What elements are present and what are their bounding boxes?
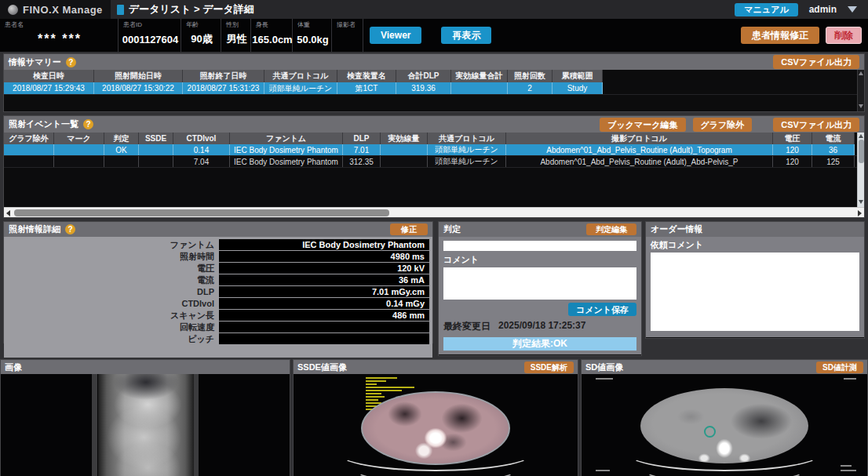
events-col-graph-exclude: グラフ除外 <box>4 133 54 144</box>
detail-value-ctdivol: 0.14 mGy <box>219 298 429 309</box>
events-col-acq-protocol: 撮影プロトコル <box>506 133 773 144</box>
judgement-edit-button[interactable]: 判定編集 <box>586 223 636 235</box>
events-cell: 312.35 <box>343 156 381 167</box>
summary-cell: 319.36 <box>396 82 451 94</box>
plain-image-viewport[interactable] <box>1 374 290 476</box>
sd-image-panel: SD値画像 SD値計測 <box>581 359 868 476</box>
patient-sex-value: 男性 <box>226 28 247 50</box>
events-hscroll-thumb[interactable] <box>14 209 389 216</box>
app-logo: FINO.X Manage <box>0 0 111 19</box>
detail-label-phantom: ファントム <box>4 239 219 250</box>
events-col-voltage: 電圧 <box>773 133 812 144</box>
events-cell <box>104 156 139 167</box>
summary-row-filler <box>603 82 857 94</box>
events-vertical-scrollbar[interactable] <box>857 133 864 207</box>
patient-operator-value <box>337 28 359 50</box>
detail-label-voltage: 電圧 <box>4 263 219 274</box>
scroll-right-icon[interactable] <box>858 210 862 216</box>
summary-cell: 2018/08/27 15:30:22 <box>94 82 183 94</box>
edit-patient-info-button[interactable]: 患者情報修正 <box>741 27 819 44</box>
ssde-image-header: SSDE値画像 SSDE解析 <box>294 360 578 374</box>
summary-col-scope: 累積範囲 <box>553 70 603 82</box>
summary-cell: 2018/08/27 15:29:43 <box>4 82 94 94</box>
events-col-mark: マーク <box>54 133 104 144</box>
ssde-analyze-button[interactable]: SSDE解析 <box>524 362 574 373</box>
events-section: 照射イベント一覧 ? ブックマーク編集 グラフ除外 CSVファイル出力 グラフ除… <box>3 115 865 218</box>
events-cell: OK <box>104 144 139 155</box>
patient-weight-label: 体重 <box>297 21 328 28</box>
events-csv-export-button[interactable]: CSVファイル出力 <box>773 118 859 132</box>
scroll-up-icon[interactable] <box>859 134 863 138</box>
summary-table-row[interactable]: 2018/08/27 15:29:43 2018/08/27 15:30:22 … <box>4 82 857 95</box>
detail-label-scan-length: スキャン長 <box>4 310 219 321</box>
events-table-row[interactable]: OK 0.14 IEC Body Dosimetry Phantom 7.01 … <box>4 144 857 156</box>
delete-button[interactable]: 削除 <box>826 27 862 44</box>
help-icon[interactable]: ? <box>65 224 75 234</box>
patient-id-field: 患者ID 0001127604 <box>119 19 181 52</box>
detail-label-pitch: ピッチ <box>4 333 219 344</box>
scroll-down-icon[interactable] <box>859 200 863 204</box>
sd-measure-button[interactable]: SD値計測 <box>816 362 863 373</box>
plain-image-header: 画像 <box>1 360 290 374</box>
breadcrumb[interactable]: データリスト > データ詳細 <box>129 2 254 16</box>
topogram-rail <box>92 374 97 476</box>
judgement-result-bar: 判定結果:OK <box>443 337 636 351</box>
events-cell: Abdomen^01_Abd_Pelvis_Routine (Adult)_Ab… <box>506 156 773 167</box>
sd-image-viewport[interactable] <box>582 374 867 476</box>
events-vscroll-thumb[interactable] <box>859 140 864 163</box>
summary-cell: Study <box>553 82 603 94</box>
patient-weight-field: 体重 50.0kg <box>293 19 332 52</box>
events-col-effective-dose: 実効線量 <box>381 133 428 144</box>
events-table-row[interactable]: 7.04 IEC Body Dosimetry Phantom 312.35 頭… <box>4 156 857 168</box>
patient-height-value: 165.0cm <box>256 28 289 50</box>
events-col-ctdivol: CTDIvol <box>173 133 230 144</box>
events-cell <box>54 156 104 167</box>
summary-section-header: 情報サマリー ? CSVファイル出力 <box>4 54 864 70</box>
detail-label-exposure-time: 照射時間 <box>4 251 219 262</box>
events-cell <box>139 144 173 155</box>
manual-button[interactable]: マニュアル <box>735 3 797 16</box>
patient-weight-value: 50.0kg <box>297 28 328 50</box>
summary-col-end-datetime: 照射終了日時 <box>183 70 264 82</box>
events-cell <box>381 156 428 167</box>
user-name[interactable]: admin <box>809 4 837 15</box>
viewer-button[interactable]: Viewer <box>370 27 421 44</box>
scroll-left-icon[interactable] <box>6 210 10 216</box>
breadcrumb-bullet-icon <box>117 5 124 15</box>
detail-label-dlp: DLP <box>4 286 219 297</box>
plain-image-title: 画像 <box>5 362 22 373</box>
help-icon[interactable]: ? <box>66 57 76 67</box>
logo-icon <box>8 5 18 15</box>
judgement-result-input[interactable] <box>443 241 636 251</box>
summary-cell: 第1CT <box>337 82 396 94</box>
patient-height-label: 身長 <box>256 21 289 28</box>
detail-edit-button[interactable]: 修正 <box>390 223 428 235</box>
scroll-up-icon[interactable] <box>859 71 863 75</box>
order-comment-label: 依頼コメント <box>651 239 859 251</box>
events-cell: 125 <box>812 156 855 167</box>
events-horizontal-scrollbar[interactable] <box>4 207 864 217</box>
logo-text: FINO.X Manage <box>23 4 103 16</box>
summary-header-filler <box>603 70 857 82</box>
comment-save-button[interactable]: コメント保存 <box>568 303 636 316</box>
events-cell: IEC Body Dosimetry Phantom <box>230 144 343 155</box>
summary-csv-export-button[interactable]: CSVファイル出力 <box>773 55 859 69</box>
events-cell <box>54 144 104 155</box>
top-bar: FINO.X Manage データリスト > データ詳細 マニュアル admin <box>0 0 868 19</box>
events-cell: 120 <box>773 156 812 167</box>
judgement-comment-label: コメント <box>443 254 636 266</box>
events-col-phantom: ファントム <box>230 133 343 144</box>
graph-exclude-button[interactable]: グラフ除外 <box>693 118 753 132</box>
order-comment-textarea[interactable] <box>651 253 859 331</box>
user-dropdown-icon[interactable] <box>848 6 857 13</box>
scroll-down-icon[interactable] <box>859 104 863 108</box>
patient-operator-label: 撮影者 <box>337 21 359 28</box>
summary-vertical-scrollbar[interactable] <box>857 70 864 111</box>
bookmark-edit-button[interactable]: ブックマーク編集 <box>600 118 685 132</box>
events-cell: IEC Body Dosimetry Phantom <box>230 156 343 167</box>
refresh-button[interactable]: 再表示 <box>441 27 491 44</box>
ssde-image-viewport[interactable] <box>294 374 578 476</box>
help-icon[interactable]: ? <box>83 119 93 129</box>
detail-body: ファントムIEC Body Dosimetry Phantom 照射時間4980… <box>4 237 432 358</box>
judgement-comment-textarea[interactable] <box>443 267 636 300</box>
